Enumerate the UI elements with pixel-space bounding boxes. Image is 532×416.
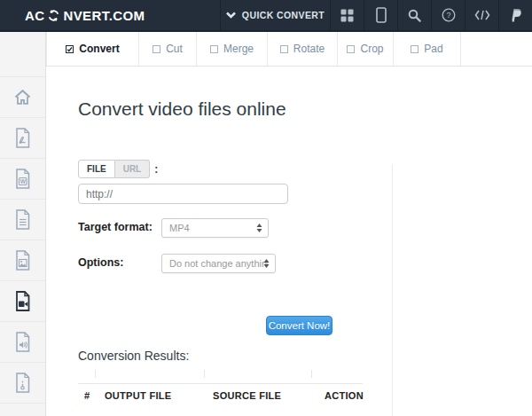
archive-file-icon — [14, 373, 31, 393]
quick-convert-menu[interactable]: QUICK CONVERT — [220, 0, 330, 30]
options-select[interactable]: Do not change anything els — [161, 254, 276, 273]
tab-rotate[interactable]: Rotate — [268, 32, 338, 66]
unchecked-checkbox-icon — [347, 45, 355, 53]
logo-suffix: NVERT.COM — [63, 8, 145, 23]
home-icon — [14, 90, 31, 105]
sync-icon — [47, 9, 60, 22]
tab-cut[interactable]: Cut — [139, 32, 197, 66]
apps-grid-button[interactable] — [330, 0, 364, 30]
aconvert-page: AC NVERT.COM QUICK CONVERT — [0, 0, 532, 416]
site-logo[interactable]: AC NVERT.COM — [0, 0, 220, 30]
tab-label: Crop — [360, 43, 383, 55]
checked-checkbox-icon — [66, 45, 74, 53]
search-icon — [408, 9, 421, 22]
target-format-value: MP4 — [169, 223, 190, 233]
image-file-icon — [14, 250, 31, 271]
video-file-icon — [14, 291, 31, 311]
column-header-output-file: OUTPUT FILE — [95, 390, 204, 401]
sidebar-item-home[interactable] — [0, 77, 45, 118]
page-title: Convert video files online — [78, 98, 286, 120]
column-header-number: # — [78, 390, 95, 401]
svg-text:W: W — [20, 178, 27, 184]
column-divider — [204, 370, 205, 378]
apps-grid-icon — [340, 9, 354, 22]
help-icon: ? — [442, 8, 456, 22]
pdf-file-icon — [14, 128, 31, 148]
column-header-source-file: SOURCE FILE — [204, 390, 311, 401]
quick-convert-label: QUICK CONVERT — [242, 10, 325, 20]
source-toggle: FILE URL : — [78, 160, 158, 178]
tab-label: Merge — [223, 43, 254, 55]
filetype-sidebar: W — [0, 32, 46, 416]
file-source-button[interactable]: FILE — [78, 160, 115, 178]
mobile-button[interactable] — [364, 0, 397, 30]
unchecked-checkbox-icon — [280, 45, 288, 53]
unchecked-checkbox-icon — [210, 45, 218, 53]
conversion-results-heading: Conversion Results: — [78, 349, 189, 363]
tab-label: Convert — [79, 43, 119, 55]
code-icon — [474, 10, 490, 20]
column-header-action: ACTION — [311, 390, 363, 401]
tab-label: Pad — [424, 43, 442, 55]
sidebar-item-archive[interactable] — [0, 363, 45, 404]
sidebar-spacer — [0, 32, 45, 77]
logo-prefix: AC — [25, 8, 44, 23]
converter-tabbar: Convert Cut Merge Rotate Crop Pad — [46, 32, 532, 67]
sidebar-item-pdf[interactable] — [0, 118, 45, 159]
options-label: Options: — [78, 256, 123, 269]
main-content: Convert video files online FILE URL : Ta… — [46, 67, 532, 416]
convert-now-button[interactable]: Convert Now! — [266, 316, 332, 335]
chevron-down-icon — [226, 12, 236, 19]
target-format-label: Target format: — [78, 221, 153, 233]
audio-file-icon — [14, 332, 31, 352]
tab-convert[interactable]: Convert — [46, 32, 139, 66]
select-spinner-icon — [256, 224, 262, 233]
tab-crop[interactable]: Crop — [338, 32, 394, 66]
target-format-select[interactable]: MP4 — [161, 218, 269, 238]
form-panel-border — [392, 164, 393, 416]
sidebar-item-audio[interactable] — [0, 322, 45, 363]
sidebar-item-word[interactable]: W — [0, 159, 45, 200]
word-file-icon: W — [14, 169, 31, 189]
svg-text:?: ? — [446, 11, 450, 20]
unchecked-checkbox-icon — [411, 45, 419, 53]
column-divider — [95, 370, 96, 378]
sidebar-item-video[interactable] — [0, 281, 45, 322]
tab-label: Rotate — [293, 43, 325, 55]
url-input[interactable] — [78, 184, 288, 204]
paypal-icon — [510, 8, 522, 22]
options-value: Do not change anything els — [169, 258, 268, 269]
source-toggle-colon: : — [154, 163, 158, 176]
help-button[interactable]: ? — [431, 0, 465, 30]
column-divider — [311, 370, 312, 378]
sidebar-item-document[interactable] — [0, 200, 45, 240]
tab-label: Cut — [166, 43, 183, 55]
code-button[interactable] — [465, 0, 498, 30]
document-file-icon — [14, 209, 31, 230]
sidebar-item-image[interactable] — [0, 240, 45, 281]
search-button[interactable] — [397, 0, 431, 30]
paypal-button[interactable] — [498, 0, 532, 30]
tab-pad[interactable]: Pad — [394, 32, 461, 66]
unchecked-checkbox-icon — [153, 45, 160, 53]
mobile-icon — [376, 7, 387, 23]
url-source-button[interactable]: URL — [115, 160, 151, 178]
results-table-header: # OUTPUT FILE SOURCE FILE ACTION — [78, 383, 363, 401]
select-spinner-icon — [263, 259, 270, 269]
tab-merge[interactable]: Merge — [197, 32, 268, 66]
top-navbar: AC NVERT.COM QUICK CONVERT — [0, 0, 532, 32]
